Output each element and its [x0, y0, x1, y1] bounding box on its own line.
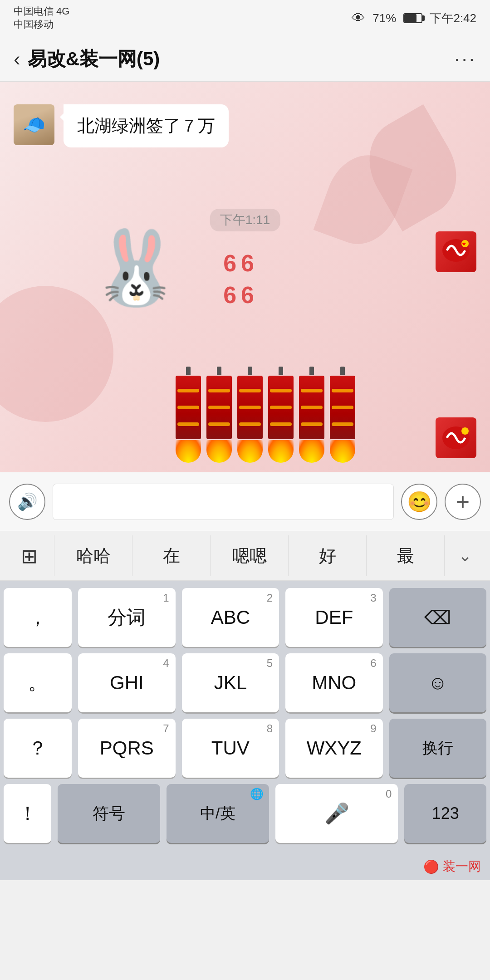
- time: 下午2:42: [430, 10, 476, 26]
- back-button[interactable]: ‹: [14, 48, 20, 70]
- message-input[interactable]: [53, 484, 394, 520]
- six-numbers: 6 6 6 6: [223, 250, 254, 309]
- key-zero[interactable]: 0 🎤: [275, 784, 398, 843]
- firecracker1: [175, 367, 202, 463]
- plus-icon: +: [456, 488, 470, 515]
- carrier1: 中国电信 4G: [14, 5, 69, 18]
- watermark-logo: 🔴: [423, 859, 439, 874]
- key-emoji-sm[interactable]: ☺: [389, 653, 486, 712]
- chat-area: 🧢 北湖绿洲签了７万 下午1:11 🐰 6 6 6 6 ★: [0, 82, 490, 472]
- logo-badge1: ★: [436, 231, 476, 272]
- suggestion-zui[interactable]: 最: [367, 535, 445, 576]
- sender-avatar: 🧢: [14, 104, 54, 145]
- key-123[interactable]: 123: [404, 784, 486, 843]
- emoji-icon: 😊: [407, 490, 432, 514]
- key-comma[interactable]: ，: [4, 588, 72, 647]
- key-9-wxyz[interactable]: 9 WXYZ: [285, 719, 382, 778]
- svg-text:★: ★: [462, 241, 466, 246]
- eye-icon: 👁: [352, 10, 365, 26]
- firecracker6: [329, 367, 356, 463]
- battery-percent: 71%: [372, 11, 396, 25]
- plus-button[interactable]: +: [445, 484, 481, 520]
- suggestion-hao[interactable]: 好: [289, 535, 367, 576]
- comma-label: ，: [28, 605, 47, 630]
- battery-icon: [403, 13, 422, 23]
- key-8-tuv[interactable]: 8 TUV: [182, 719, 279, 778]
- chat-title: 易改&装一网(5): [28, 46, 160, 72]
- key-5-jkl[interactable]: 5 JKL: [182, 653, 279, 712]
- menu-button[interactable]: ···: [454, 48, 476, 70]
- title-bar-left: ‹ 易改&装一网(5): [14, 46, 160, 72]
- firecracker5: [298, 367, 325, 463]
- sticker-area: 🐰 6 6 6 6: [91, 231, 254, 358]
- timestamp: 下午1:11: [210, 209, 280, 231]
- num2: 6: [241, 250, 254, 277]
- watermark: 🔴 装一网: [423, 858, 481, 875]
- keyboard: ， 1 分词 2 ABC 3 DEF ⌫ 。 4 GHI 5 JKL: [0, 581, 490, 853]
- key-symbol[interactable]: 符号: [58, 784, 160, 843]
- suggestion-enen[interactable]: 嗯嗯: [211, 535, 289, 576]
- collapse-button[interactable]: ⌄: [445, 535, 485, 576]
- key-7-pqrs[interactable]: 7 PQRS: [78, 719, 175, 778]
- svg-point-4: [461, 427, 469, 435]
- title-bar: ‹ 易改&装一网(5) ···: [0, 36, 490, 82]
- status-right: 👁 71% 下午2:42: [352, 10, 476, 26]
- key-4-ghi[interactable]: 4 GHI: [78, 653, 175, 712]
- carrier2: 中国移动: [14, 18, 69, 31]
- backspace-icon: ⌫: [424, 607, 451, 629]
- logo-badge2: [436, 417, 476, 458]
- firecrackers-area: [100, 363, 431, 463]
- input-area: 🔊 😊 +: [0, 472, 490, 531]
- key-1-fenci[interactable]: 1 分词: [78, 588, 175, 647]
- firecracker3: [236, 367, 264, 463]
- exclaim-label: ！: [18, 801, 37, 826]
- keyboard-row2: 。 4 GHI 5 JKL 6 MNO ☺: [4, 653, 486, 712]
- key-backspace[interactable]: ⌫: [389, 588, 486, 647]
- key-period[interactable]: 。: [4, 653, 72, 712]
- firecracker4: [267, 367, 294, 463]
- suggestion-haha[interactable]: 哈哈: [54, 535, 132, 576]
- brand-logo1: ★: [440, 237, 472, 267]
- emoji-button[interactable]: 😊: [401, 484, 437, 520]
- key-enter[interactable]: 换行: [389, 719, 486, 778]
- period-label: 。: [28, 670, 47, 696]
- right-avatar1: ★: [436, 231, 476, 272]
- keyboard-row1: ， 1 分词 2 ABC 3 DEF ⌫: [4, 588, 486, 647]
- avatar-inner: 🧢: [14, 104, 54, 145]
- status-bar: 中国电信 4G 中国移动 👁 71% 下午2:42: [0, 0, 490, 36]
- rabbit-sticker: 🐰: [91, 231, 181, 304]
- bottom-bar: 🔴 装一网: [0, 853, 490, 880]
- globe-icon: 🌐: [250, 788, 264, 800]
- watermark-text: 装一网: [443, 858, 481, 875]
- keyboard-row4: ！ 符号 中/英 🌐 0 🎤 123: [4, 784, 486, 843]
- right-avatar2: [436, 417, 476, 458]
- key-exclaim[interactable]: ！: [4, 784, 51, 843]
- message-bubble: 北湖绿洲签了７万: [64, 104, 229, 147]
- key-2-abc[interactable]: 2 ABC: [182, 588, 279, 647]
- suggestion-zai[interactable]: 在: [132, 535, 211, 576]
- message-row-left: 🧢 北湖绿洲签了７万: [14, 104, 229, 147]
- num4: 6: [241, 281, 254, 309]
- chevron-down-icon: ⌄: [458, 546, 472, 565]
- suggestion-bar: ⊞ 哈哈 在 嗯嗯 好 最 ⌄: [0, 531, 490, 581]
- question-label: ？: [28, 735, 47, 761]
- key-question[interactable]: ？: [4, 719, 72, 778]
- mic-icon: 🎤: [324, 802, 349, 825]
- num1: 6: [223, 250, 236, 277]
- voice-icon: 🔊: [17, 492, 38, 511]
- carrier-info: 中国电信 4G 中国移动: [14, 5, 69, 31]
- num3: 6: [223, 281, 236, 309]
- key-lang[interactable]: 中/英 🌐: [167, 784, 269, 843]
- grid-symbol: ⊞: [21, 544, 38, 568]
- smiley-icon: ☺: [428, 672, 447, 694]
- keyboard-row3: ？ 7 PQRS 8 TUV 9 WXYZ 换行: [4, 719, 486, 778]
- grid-icon[interactable]: ⊞: [5, 535, 54, 576]
- firecracker2: [206, 367, 233, 463]
- voice-button[interactable]: 🔊: [9, 484, 45, 520]
- key-6-mno[interactable]: 6 MNO: [285, 653, 382, 712]
- message-text: 北湖绿洲签了７万: [77, 116, 215, 135]
- key-3-def[interactable]: 3 DEF: [285, 588, 382, 647]
